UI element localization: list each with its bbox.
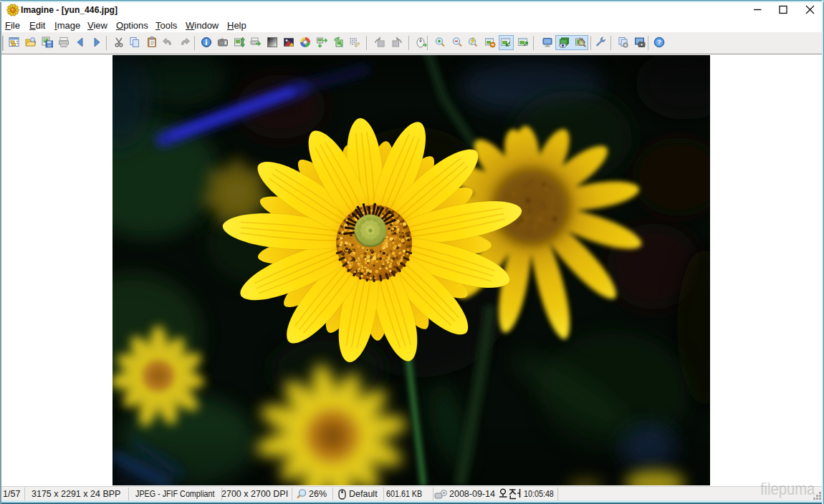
svg-text:?: ?: [657, 38, 661, 46]
